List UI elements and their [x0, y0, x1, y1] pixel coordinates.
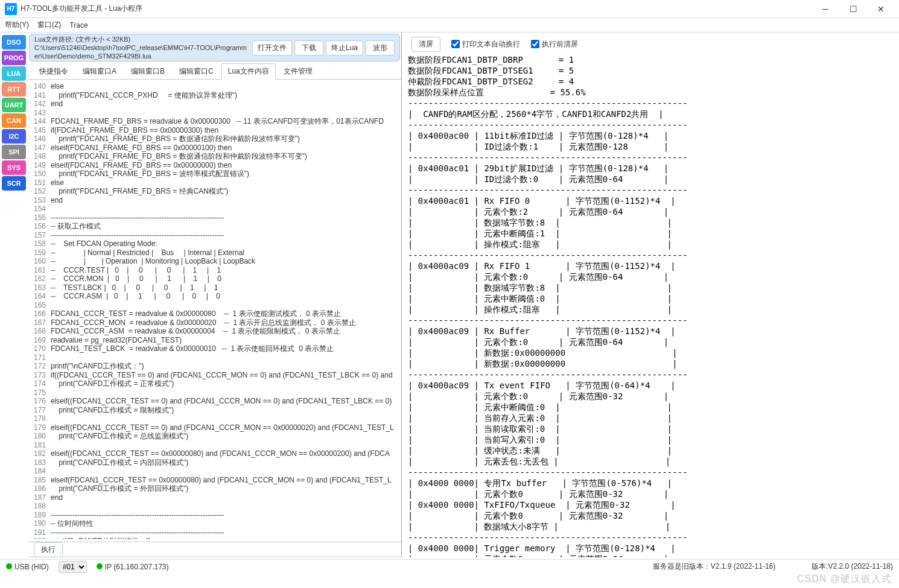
menu-help[interactable]: 帮助(Y) — [5, 20, 29, 30]
sidebar-can[interactable]: CAN — [2, 113, 26, 128]
stop-lua-button[interactable]: 终止Lua — [326, 40, 363, 55]
lua-path-label: Lua文件路径: (文件大小 < 32KB) — [34, 35, 247, 43]
status-version: 版本:V2.2.0 (2022-11-18) — [812, 561, 893, 572]
sidebar-prog[interactable]: PROG — [2, 51, 26, 65]
sidebar-sys[interactable]: SYS — [2, 160, 26, 175]
menu-window[interactable]: 窗口(Z) — [37, 20, 61, 30]
output-console[interactable]: 数据阶段FDCAN1_DBTP_DBRP = 1 数据阶段FDCAN1_DBTP… — [407, 53, 897, 557]
pre-clear-checkbox[interactable]: 执行前清屏 — [531, 39, 578, 49]
sidebar-rtt[interactable]: RTT — [2, 82, 26, 96]
clear-output-button[interactable]: 清屏 — [411, 37, 440, 52]
status-usb: USB (HID) — [6, 563, 49, 571]
sidebar-i2c[interactable]: I2C — [2, 129, 26, 144]
status-server: 服务器是旧版本：V2.1.9 (2022-11-16) — [653, 561, 775, 572]
sidebar-spi[interactable]: SPI — [2, 145, 26, 159]
tab-5[interactable]: 文件管理 — [277, 63, 319, 79]
tab-0[interactable]: 快捷指令 — [33, 63, 75, 79]
minimize-button[interactable]: ─ — [812, 1, 839, 17]
open-file-button[interactable]: 打开文件 — [252, 40, 292, 55]
app-icon: H7 — [5, 3, 17, 15]
tab-3[interactable]: 编辑窗口C — [173, 63, 220, 79]
download-button[interactable]: 下载 — [294, 40, 323, 55]
sidebar-uart[interactable]: UART — [2, 98, 26, 112]
menu-trace[interactable]: Trace — [69, 21, 87, 30]
window-title: H7-TOOL多功能开发工具 - Lua小程序 — [21, 4, 812, 14]
sidebar-lua[interactable]: LUA — [2, 66, 26, 81]
watermark: CSDN @硬汉嵌入式 — [797, 573, 892, 586]
editor-gutter: 140 141 142 143 144 145 146 147 148 149 … — [28, 81, 48, 539]
close-button[interactable]: ✕ — [868, 1, 894, 17]
lua-path-value: C:\Users\51246\Desktop\h7toolPC_release\… — [34, 43, 247, 60]
auto-wrap-checkbox[interactable]: 打印文本自动换行 — [451, 39, 520, 49]
status-ip: IP (61.160.207.173) — [97, 563, 169, 571]
waveform-button[interactable]: 波形 — [366, 40, 395, 55]
sidebar-dso[interactable]: DSO — [2, 35, 26, 49]
code-editor[interactable]: else printf("FDCAN1_CCCR_PXHD = 使能协议异常处理… — [48, 81, 401, 539]
maximize-button[interactable]: ☐ — [840, 1, 866, 17]
tab-4[interactable]: Lua文件内容 — [221, 63, 276, 79]
sidebar-scr[interactable]: SCR — [2, 176, 26, 191]
status-id-select[interactable]: #01 — [59, 561, 87, 573]
execute-button[interactable]: 执行 — [34, 542, 63, 557]
tab-2[interactable]: 编辑窗口B — [124, 63, 171, 79]
tab-1[interactable]: 编辑窗口A — [76, 63, 123, 79]
